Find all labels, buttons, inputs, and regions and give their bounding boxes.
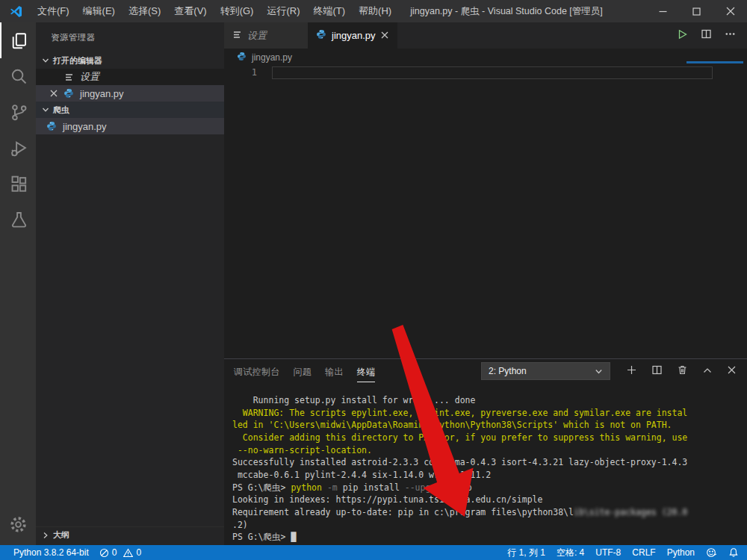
close-icon[interactable] bbox=[48, 90, 60, 97]
kill-terminal-button[interactable] bbox=[677, 364, 688, 378]
panel-actions bbox=[626, 364, 737, 378]
file-label: jingyan.py bbox=[63, 121, 107, 132]
new-terminal-button[interactable] bbox=[626, 364, 637, 378]
terminal-select[interactable]: 2: Python bbox=[481, 362, 610, 380]
open-editor-jingyan[interactable]: jingyan.py bbox=[36, 85, 224, 102]
menu-terminal[interactable]: 终端(T) bbox=[306, 0, 352, 22]
git-branch-icon bbox=[10, 103, 28, 122]
terminal-line: --no-warn-script-location. bbox=[232, 444, 746, 457]
eol-sequence[interactable]: CRLF bbox=[632, 547, 655, 558]
menu-view[interactable]: 查看(V) bbox=[167, 0, 213, 22]
outline-label: 大纲 bbox=[53, 529, 69, 541]
beaker-icon bbox=[10, 211, 28, 229]
run-button[interactable] bbox=[676, 28, 688, 43]
menu-go[interactable]: 转到(G) bbox=[214, 0, 261, 22]
language-mode[interactable]: Python bbox=[667, 547, 695, 558]
python-file-icon bbox=[46, 121, 58, 131]
chevron-down-icon bbox=[40, 106, 52, 113]
terminal-line: Consider adding this directory to PATH o… bbox=[232, 432, 746, 444]
close-panel-button[interactable] bbox=[727, 365, 737, 377]
section-folder[interactable]: 爬虫 bbox=[36, 102, 224, 118]
terminal-output[interactable]: Running setup.py install for wrapt ... d… bbox=[232, 394, 746, 545]
panel-tab-debug-console[interactable]: 调试控制台 bbox=[234, 361, 280, 382]
menu-selection[interactable]: 选择(S) bbox=[122, 0, 167, 22]
menu-edit[interactable]: 编辑(E) bbox=[76, 0, 122, 22]
more-actions-button[interactable] bbox=[725, 28, 736, 43]
notifications-button[interactable] bbox=[728, 547, 739, 558]
bottom-panel: 调试控制台 问题 输出 终端 2: Python Running setup.p… bbox=[224, 358, 747, 545]
warning-triangle-icon bbox=[123, 548, 133, 558]
current-line-highlight bbox=[272, 66, 713, 79]
code-line-1[interactable]: 1 bbox=[224, 66, 747, 82]
settings-list-icon bbox=[232, 30, 242, 42]
terminal-line: Running setup.py install for wrapt ... d… bbox=[232, 394, 746, 407]
terminal-line: mccabe-0.6.1 pylint-2.4.4 six-1.14.0 wra… bbox=[232, 469, 746, 482]
run-and-debug-icon bbox=[10, 139, 28, 158]
activity-extensions[interactable] bbox=[0, 166, 36, 202]
tab-settings[interactable]: 设置 bbox=[224, 22, 308, 49]
search-icon bbox=[10, 67, 28, 86]
chevron-down-icon bbox=[595, 367, 603, 376]
vscode-logo-icon bbox=[10, 5, 22, 18]
terminal-line: Successfully installed astroid-2.3.3 col… bbox=[232, 456, 746, 469]
title-bar: 文件(F) 编辑(E) 选择(S) 查看(V) 转到(G) 运行(R) 终端(T… bbox=[0, 0, 747, 22]
activity-source-control[interactable] bbox=[0, 94, 36, 130]
split-editor-button[interactable] bbox=[701, 28, 712, 43]
panel-tab-terminal[interactable]: 终端 bbox=[357, 361, 376, 382]
chevron-down-icon bbox=[40, 57, 52, 64]
extensions-icon bbox=[10, 175, 28, 193]
python-interpreter[interactable]: Python 3.8.2 64-bit bbox=[13, 547, 89, 558]
maximize-panel-button[interactable] bbox=[702, 365, 713, 378]
manage-button[interactable] bbox=[0, 509, 36, 539]
open-editor-settings[interactable]: 设置 bbox=[36, 69, 224, 85]
bell-icon bbox=[728, 547, 739, 558]
editor-tab-bar: 设置 jingyan.py bbox=[224, 22, 747, 49]
indentation[interactable]: 空格: 4 bbox=[557, 547, 584, 559]
activity-test[interactable] bbox=[0, 202, 36, 237]
panel-tab-output[interactable]: 输出 bbox=[325, 361, 344, 382]
tab-jingyan[interactable]: jingyan.py bbox=[308, 22, 397, 49]
panel-tab-problems[interactable]: 问题 bbox=[294, 361, 312, 382]
breadcrumb-item[interactable]: jingyan.py bbox=[252, 52, 292, 63]
section-outline[interactable]: 大纲 bbox=[36, 526, 224, 543]
smiley-icon bbox=[706, 547, 717, 558]
activity-search[interactable] bbox=[0, 58, 36, 94]
line-number: 1 bbox=[242, 67, 257, 78]
terminal-select-value: 2: Python bbox=[489, 366, 527, 376]
warning-count: 0 bbox=[136, 547, 141, 558]
cursor-position[interactable]: 行 1, 列 1 bbox=[507, 547, 545, 559]
status-bar: Python 3.8.2 64-bit 0 0 行 1, 列 1 空格: 4 U… bbox=[0, 545, 747, 560]
breadcrumb[interactable]: jingyan.py bbox=[224, 49, 747, 66]
overview-ruler-mark bbox=[686, 61, 743, 63]
section-label: 打开的编辑器 bbox=[53, 55, 102, 66]
menu-run[interactable]: 运行(R) bbox=[260, 0, 306, 22]
explorer-sidebar: 资源管理器 打开的编辑器 设置 jingyan.py 爬虫 jingyan.py… bbox=[36, 22, 224, 545]
problems-status[interactable]: 0 0 bbox=[99, 547, 141, 558]
file-jingyan[interactable]: jingyan.py bbox=[36, 118, 224, 134]
python-file-icon bbox=[237, 52, 247, 63]
close-icon[interactable] bbox=[381, 30, 388, 41]
maximize-button[interactable] bbox=[680, 0, 713, 22]
vscode-window: 文件(F) 编辑(E) 选择(S) 查看(V) 转到(G) 运行(R) 终端(T… bbox=[0, 0, 747, 560]
activity-bar bbox=[0, 22, 36, 545]
editor-actions bbox=[676, 22, 747, 49]
settings-list-icon bbox=[63, 72, 75, 82]
panel-header: 调试控制台 问题 输出 终端 2: Python bbox=[224, 359, 747, 383]
close-button[interactable] bbox=[713, 0, 747, 22]
python-file-icon bbox=[63, 88, 75, 99]
minimize-button[interactable] bbox=[646, 0, 680, 22]
terminal-line: led in 'C:\Users\midwi\AppData\Roaming\P… bbox=[232, 419, 746, 432]
window-title: jingyan.py - 爬虫 - Visual Studio Code [管理… bbox=[357, 5, 656, 18]
activity-explorer[interactable] bbox=[0, 22, 36, 58]
section-open-editors[interactable]: 打开的编辑器 bbox=[36, 52, 224, 69]
split-terminal-button[interactable] bbox=[651, 364, 663, 378]
menu-file[interactable]: 文件(F) bbox=[31, 0, 76, 22]
terminal-line: WARNING: The scripts epylint.exe, pylint… bbox=[232, 407, 746, 420]
gear-icon bbox=[9, 515, 28, 534]
encoding[interactable]: UTF-8 bbox=[595, 547, 621, 558]
activity-run-debug[interactable] bbox=[0, 130, 36, 166]
open-editor-label: jingyan.py bbox=[80, 88, 124, 99]
feedback-button[interactable] bbox=[706, 547, 717, 558]
python-file-icon bbox=[316, 29, 326, 42]
terminal-line: PS G:\爬虫> python -m pip install --upgrad… bbox=[232, 482, 746, 494]
